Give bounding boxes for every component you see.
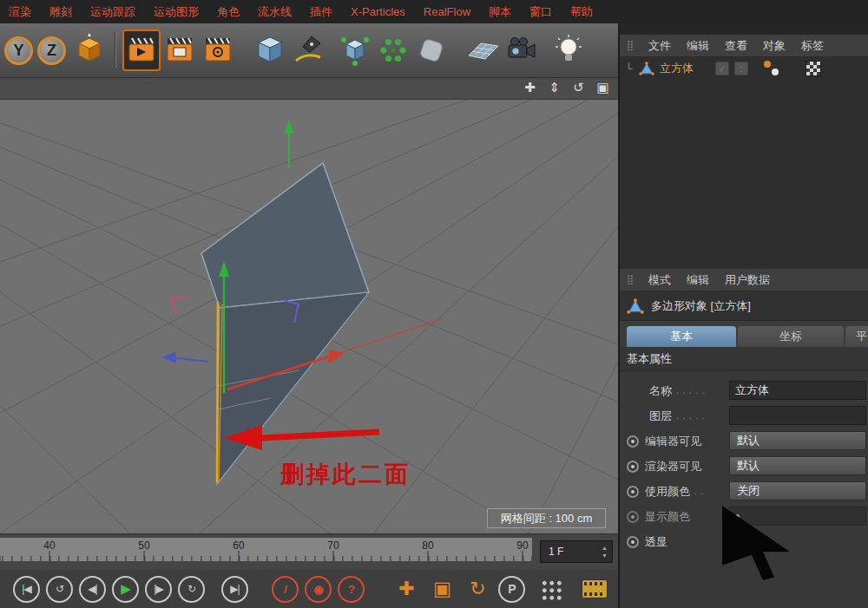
am-menu-mode[interactable]: 模式 bbox=[648, 272, 671, 288]
om-menu-edit[interactable]: 编辑 bbox=[687, 38, 709, 54]
viewport-nav: ✚ ⇕ ↺ ▣ bbox=[522, 80, 611, 95]
render-visibility-dropdown[interactable]: 默认 bbox=[729, 456, 866, 475]
tab-basic[interactable]: 基本 bbox=[627, 326, 736, 347]
mesh-lower-face[interactable] bbox=[217, 292, 369, 484]
camera-icon[interactable] bbox=[503, 29, 541, 71]
play-reverse-button[interactable]: ↺ bbox=[46, 576, 73, 603]
move-axis-tool-icon[interactable] bbox=[70, 29, 108, 71]
am-menu-userdata[interactable]: 用户数据 bbox=[725, 272, 770, 288]
section-basic-properties[interactable]: 基本属性 bbox=[620, 347, 868, 371]
keyframe-circle-icon[interactable] bbox=[627, 486, 639, 498]
name-input[interactable]: 立方体 bbox=[729, 381, 866, 400]
om-menu-object[interactable]: 对象 bbox=[763, 38, 786, 54]
menu-mograph[interactable]: 运动图形 bbox=[154, 4, 199, 20]
render-settings-icon[interactable] bbox=[199, 29, 237, 71]
goto-end-button[interactable]: ▶| bbox=[221, 576, 248, 603]
move-tool-button[interactable]: ✚ bbox=[391, 576, 421, 603]
light-icon[interactable] bbox=[549, 29, 588, 71]
menu-plugins[interactable]: 插件 bbox=[310, 4, 332, 20]
row-layer: 图层 . . . . . bbox=[620, 403, 868, 428]
mesh-upper-face[interactable] bbox=[201, 163, 369, 308]
axis-lock-z-button[interactable]: Z bbox=[37, 36, 66, 65]
row-render-visibility: 渲染器可见 默认 bbox=[620, 454, 868, 479]
loop-button[interactable]: ↻ bbox=[178, 576, 205, 603]
keyframe-circle-icon[interactable] bbox=[627, 435, 639, 448]
render-picture-viewer-icon[interactable] bbox=[161, 29, 199, 71]
pen-spline-icon[interactable] bbox=[289, 29, 327, 71]
object-state-icon[interactable]: ∕ bbox=[715, 62, 729, 75]
leader-dots: . . . . . bbox=[676, 386, 706, 396]
object-name[interactable]: 立方体 bbox=[660, 61, 694, 76]
am-menu-edit[interactable]: 编辑 bbox=[687, 272, 709, 288]
zoom-icon[interactable]: ⇕ bbox=[546, 80, 562, 95]
plane-handle-left[interactable] bbox=[172, 297, 187, 314]
object-state-icon-2[interactable]: : bbox=[734, 62, 748, 75]
om-menu-file[interactable]: 文件 bbox=[648, 38, 671, 54]
menu-window[interactable]: 窗口 bbox=[529, 4, 552, 20]
om-menu-view[interactable]: 查看 bbox=[725, 38, 747, 54]
object-row-cube[interactable]: └ 立方体 ∕ : bbox=[620, 57, 868, 80]
panel-spacer bbox=[620, 23, 868, 35]
tab-coordinates[interactable]: 坐标 bbox=[738, 326, 844, 347]
menu-motion-tracker[interactable]: 运动跟踪 bbox=[90, 4, 135, 20]
menu-pipeline[interactable]: 流水线 bbox=[258, 4, 292, 20]
grid-spacing-label: 网格间距 : 100 cm bbox=[487, 508, 606, 528]
selected-edge[interactable] bbox=[217, 302, 218, 482]
axis-lock-y-button[interactable]: Y bbox=[4, 36, 33, 65]
keyframe-circle-icon[interactable] bbox=[627, 511, 639, 523]
goto-start-button[interactable]: |◀ bbox=[13, 576, 40, 603]
floor-plane-icon[interactable] bbox=[464, 29, 503, 71]
visibility-dots-icon[interactable] bbox=[764, 61, 779, 76]
rotate-tool-button[interactable]: ↻ bbox=[463, 576, 492, 603]
menu-xparticles[interactable]: X-Particles bbox=[351, 5, 405, 18]
maximize-icon[interactable]: ▣ bbox=[595, 80, 611, 95]
filmstrip-button[interactable] bbox=[582, 579, 608, 598]
main-toolbar: Y Z bbox=[0, 23, 618, 78]
menu-realflow[interactable]: RealFlow bbox=[424, 5, 470, 18]
menu-help[interactable]: 帮助 bbox=[570, 4, 593, 20]
use-color-dropdown[interactable]: 关闭 bbox=[729, 481, 866, 500]
frame-spinner[interactable]: ▲▼ bbox=[602, 544, 608, 559]
layer-input[interactable] bbox=[729, 406, 866, 425]
timeline-ruler[interactable]: 40 50 60 70 80 90 bbox=[0, 538, 532, 561]
ruler-label: 90 bbox=[505, 539, 540, 552]
record-help-button[interactable]: ? bbox=[338, 576, 365, 603]
add-cube-icon[interactable] bbox=[251, 29, 289, 71]
annotation-text: 删掉此二面 bbox=[280, 459, 411, 490]
toolbar-separator bbox=[115, 32, 116, 69]
current-frame-field[interactable]: 1 F ▲▼ bbox=[540, 540, 613, 563]
play-button[interactable]: ▶ bbox=[112, 576, 139, 603]
display-color-dropdown[interactable] bbox=[729, 507, 866, 526]
attribute-tabs: 基本 坐标 平 bbox=[620, 321, 868, 347]
array-object-icon[interactable] bbox=[374, 29, 412, 71]
deformer-icon[interactable] bbox=[412, 29, 450, 71]
om-menu-tags[interactable]: 标签 bbox=[801, 38, 824, 54]
menu-sculpt[interactable]: 雕刻 bbox=[49, 4, 72, 20]
keyframe-circle-icon[interactable] bbox=[627, 461, 639, 473]
menu-script[interactable]: 脚本 bbox=[489, 4, 511, 20]
dock-handle-icon[interactable]: ⣿ bbox=[627, 274, 633, 285]
object-manager-list[interactable]: └ 立方体 ∕ : bbox=[620, 57, 868, 269]
axis-z-arrow[interactable] bbox=[161, 352, 208, 363]
tab-phong[interactable]: 平 bbox=[845, 326, 868, 347]
row-label: 编辑器可见 bbox=[645, 434, 701, 449]
row-name: 名称 . . . . . 立方体 bbox=[620, 378, 868, 403]
menu-character[interactable]: 角色 bbox=[217, 4, 240, 20]
pan-icon[interactable]: ✚ bbox=[522, 80, 538, 95]
next-frame-button[interactable]: |▶ bbox=[145, 576, 172, 603]
instance-object-icon[interactable] bbox=[336, 29, 374, 71]
rotate-icon[interactable]: ↺ bbox=[570, 80, 587, 95]
prev-frame-button[interactable]: ◀| bbox=[79, 576, 106, 603]
polygon-object-icon bbox=[639, 61, 654, 76]
record-keyframe-button[interactable]: / bbox=[272, 576, 299, 603]
scale-tool-button[interactable]: ▣ bbox=[427, 576, 457, 603]
texture-tag-icon[interactable] bbox=[806, 61, 821, 76]
render-view-icon[interactable] bbox=[122, 29, 161, 71]
menu-render[interactable]: 渲染 bbox=[9, 4, 31, 20]
autokey-button[interactable]: ◉ bbox=[305, 576, 332, 603]
editor-visibility-dropdown[interactable]: 默认 bbox=[729, 431, 866, 450]
dock-handle-icon[interactable]: ⣿ bbox=[627, 40, 633, 51]
coords-button[interactable]: P bbox=[498, 576, 525, 603]
keyframe-circle-icon[interactable] bbox=[627, 536, 639, 548]
grid-dots-button[interactable] bbox=[540, 579, 562, 600]
